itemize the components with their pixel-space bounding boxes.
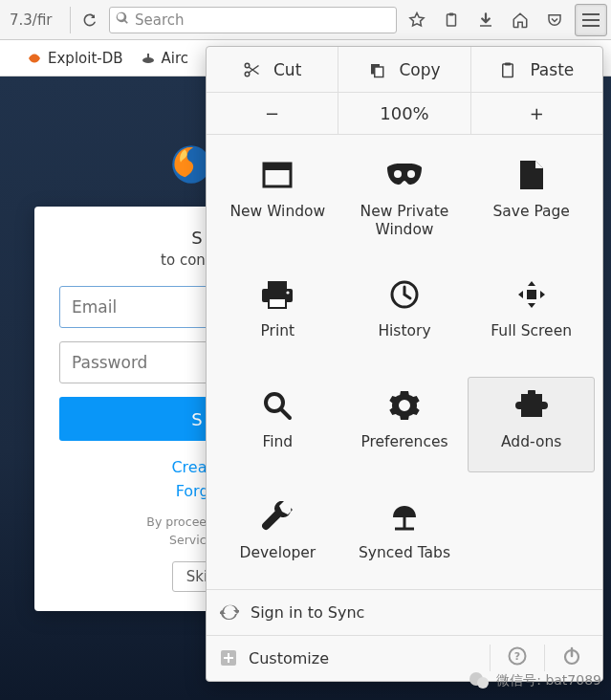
library-button[interactable] <box>437 6 466 34</box>
copy-button[interactable]: Copy <box>338 47 470 92</box>
bookmark-label: Airc <box>162 50 189 67</box>
quit-button[interactable] <box>555 646 589 669</box>
synced-tabs-icon <box>389 498 420 535</box>
svg-point-28 <box>477 677 489 689</box>
cut-button[interactable]: Cut <box>207 47 338 92</box>
navigation-toolbar: 7.3/fir Search <box>0 0 611 40</box>
zoom-in-button[interactable]: + <box>471 93 602 134</box>
sync-icon <box>220 602 239 622</box>
menu-item-add-ons[interactable]: Add-ons <box>468 377 595 472</box>
menu-item-label: History <box>378 322 430 340</box>
menu-item-label: Add-ons <box>501 433 561 451</box>
svg-point-14 <box>407 170 415 178</box>
clipboard-paste-icon <box>499 61 516 78</box>
menu-item-new-window[interactable]: New Window <box>214 146 341 251</box>
clock-icon <box>389 276 420 313</box>
menu-item-history[interactable]: History <box>341 266 469 361</box>
menu-item-find[interactable]: Find <box>214 377 341 472</box>
menu-item-label: New Private Window <box>346 203 464 240</box>
hamburger-menu-panel: Cut Copy Paste − 100% + New Window New P… <box>206 46 603 682</box>
svg-rect-3 <box>147 54 149 59</box>
pocket-icon <box>546 11 563 29</box>
menu-item-label: Find <box>262 433 293 451</box>
customize-label: Customize <box>249 649 329 667</box>
help-icon: ? <box>508 646 527 666</box>
menu-item-new-private-window[interactable]: New Private Window <box>341 146 469 251</box>
mask-icon <box>385 157 424 193</box>
edit-row: Cut Copy Paste <box>207 47 602 93</box>
exploit-db-icon <box>27 51 42 66</box>
menu-item-label: Preferences <box>360 433 447 451</box>
menu-item-label: New Window <box>229 203 325 221</box>
help-button[interactable]: ? <box>500 646 535 669</box>
svg-rect-10 <box>505 62 511 65</box>
svg-point-18 <box>287 291 290 294</box>
svg-point-13 <box>394 170 402 178</box>
svg-rect-12 <box>264 164 291 170</box>
search-box[interactable]: Search <box>109 7 397 33</box>
search-placeholder: Search <box>135 11 185 29</box>
url-bar-fragment[interactable]: 7.3/fir <box>4 7 71 33</box>
bookmark-item-aircrack[interactable]: Airc <box>141 50 189 67</box>
menu-item-label: Save Page <box>492 203 570 221</box>
power-icon <box>562 646 581 666</box>
star-icon <box>408 11 426 29</box>
svg-rect-15 <box>268 281 287 289</box>
printer-icon <box>260 276 295 313</box>
page-icon <box>518 157 545 193</box>
cut-label: Cut <box>273 60 301 79</box>
gear-icon <box>389 387 420 424</box>
sign-in-to-sync-button[interactable]: Sign in to Sync <box>207 589 602 635</box>
menu-item-label: Print <box>261 322 295 340</box>
svg-rect-0 <box>447 14 456 26</box>
menu-item-full-screen[interactable]: Full Screen <box>468 266 595 361</box>
bookmark-item-exploit-db[interactable]: Exploit-DB <box>27 50 123 67</box>
menu-item-preferences[interactable]: Preferences <box>341 377 469 472</box>
magnifier-icon <box>262 387 293 424</box>
svg-text:?: ? <box>514 650 520 663</box>
window-icon <box>261 157 294 193</box>
plus-box-icon <box>220 649 237 667</box>
svg-rect-20 <box>527 290 536 299</box>
scissors-icon <box>243 61 260 78</box>
zoom-out-button[interactable]: − <box>207 93 338 134</box>
customize-button[interactable]: Customize <box>220 649 329 667</box>
menu-item-developer[interactable]: Developer <box>214 488 341 583</box>
bookmark-label: Exploit-DB <box>48 50 123 67</box>
downloads-button[interactable] <box>471 6 500 34</box>
svg-rect-9 <box>503 64 513 77</box>
reload-icon <box>82 12 98 28</box>
wrench-icon <box>262 498 293 535</box>
paste-label: Paste <box>530 60 574 79</box>
menu-item-label: Synced Tabs <box>359 544 450 562</box>
menu-item-print[interactable]: Print <box>214 266 341 361</box>
sync-label: Sign in to Sync <box>251 603 364 622</box>
home-button[interactable] <box>506 6 535 34</box>
aircrack-icon <box>141 51 156 66</box>
search-icon <box>116 11 129 28</box>
menu-item-label: Full Screen <box>491 322 572 340</box>
zoom-level-label: 100% <box>338 93 470 134</box>
puzzle-icon <box>515 387 548 424</box>
clipboard-icon <box>443 11 460 29</box>
wechat-icon <box>468 669 491 692</box>
svg-rect-17 <box>269 298 286 308</box>
pocket-button[interactable] <box>540 6 569 34</box>
menu-item-label: Developer <box>239 544 316 562</box>
svg-point-22 <box>401 402 407 408</box>
hamburger-menu-button[interactable] <box>575 4 607 36</box>
watermark-text: 微信号: bat7089 <box>496 672 601 689</box>
reload-button[interactable] <box>76 7 103 33</box>
copy-icon <box>368 61 385 78</box>
menu-icon-grid: New Window New Private Window Save Page … <box>207 135 602 589</box>
paste-button[interactable]: Paste <box>471 47 602 92</box>
watermark: 微信号: bat7089 <box>468 669 601 692</box>
fullscreen-icon <box>516 276 547 313</box>
menu-item-synced-tabs[interactable]: Synced Tabs <box>341 488 469 583</box>
download-arrow-icon <box>477 11 494 29</box>
menu-item-save-page[interactable]: Save Page <box>468 146 595 251</box>
bookmark-star-button[interactable] <box>403 6 431 34</box>
svg-rect-1 <box>449 12 454 15</box>
svg-rect-8 <box>375 67 383 77</box>
zoom-row: − 100% + <box>207 93 602 135</box>
